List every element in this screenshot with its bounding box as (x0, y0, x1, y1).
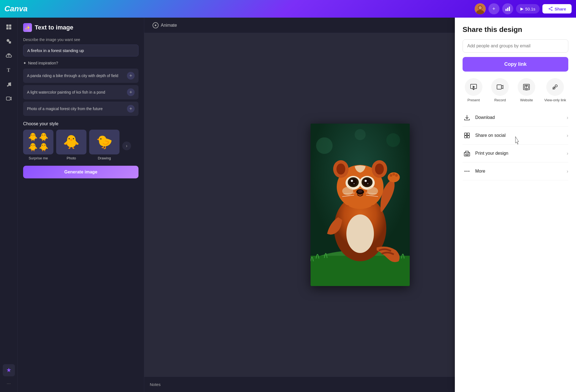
header: Canva + ▶ 50.1s Share (0, 0, 576, 18)
style-label-drawing: Drawing (98, 156, 111, 160)
svg-point-26 (346, 214, 374, 253)
inspiration-item-2[interactable]: A light watercolor painting of koi fish … (23, 85, 138, 99)
inspiration-add-btn-1[interactable]: + (127, 72, 135, 80)
inspiration-item-3[interactable]: Photo of a magical forest city from the … (23, 102, 138, 116)
add-button[interactable]: + (488, 3, 499, 14)
panel-icon: ✨ (23, 23, 32, 32)
rail-upload-icon[interactable] (3, 50, 15, 62)
svg-rect-71 (464, 133, 467, 135)
svg-point-20 (316, 137, 333, 154)
left-panel: ✨ Text to image Describe the image you w… (18, 18, 144, 392)
svg-point-30 (395, 174, 398, 177)
svg-point-53 (367, 187, 378, 195)
share-menu-print[interactable]: Print your design › (463, 145, 568, 162)
inspiration-header: ✦ Need inspiration? (23, 61, 138, 65)
design-canvas[interactable] (311, 124, 410, 286)
more-icon (463, 167, 471, 176)
style-section: Choose your style 🐥 🐥 🐥 🐥 Surprise me (23, 121, 138, 160)
share-action-viewonly[interactable]: View-only link (544, 78, 566, 102)
share-action-present[interactable]: Present (465, 78, 482, 102)
social-chevron: › (567, 133, 568, 138)
social-label: Share on social (475, 133, 506, 138)
email-input[interactable] (467, 43, 564, 48)
describe-label: Describe the image you want see (23, 37, 138, 42)
present-icon (465, 78, 482, 96)
viewonly-label: View-only link (544, 98, 566, 102)
svg-rect-76 (466, 154, 468, 155)
share-menu-download[interactable]: Download › (463, 109, 568, 127)
svg-point-77 (468, 153, 469, 154)
svg-point-35 (375, 164, 384, 175)
email-input-container[interactable] (463, 39, 568, 53)
avatar[interactable] (475, 3, 486, 14)
svg-point-29 (392, 173, 395, 176)
svg-rect-6 (509, 7, 510, 11)
copy-link-button[interactable]: Copy link (463, 57, 568, 72)
rail-shapes-icon[interactable] (3, 35, 15, 47)
animate-label: Animate (161, 23, 177, 28)
play-button[interactable]: ▶ 50.1s (516, 4, 540, 13)
svg-rect-7 (6, 24, 9, 27)
rail-text-icon[interactable]: T (3, 64, 15, 76)
inspiration-item-1[interactable]: A panda riding a bike through a city wit… (23, 69, 138, 83)
style-surprise[interactable]: 🐥 🐥 🐥 🐥 Surprise me (23, 130, 53, 160)
inspiration-add-btn-3[interactable]: + (127, 105, 135, 113)
rail-video-icon[interactable] (3, 92, 15, 105)
canva-logo: Canva (4, 4, 471, 13)
main-layout: T ··· ✨ Text to image Describe the image… (0, 18, 576, 392)
share-action-website[interactable]: Website (518, 78, 535, 102)
svg-rect-4 (506, 9, 507, 11)
inspiration-text-1: A panda riding a bike through a city wit… (27, 74, 127, 78)
svg-point-18 (155, 24, 156, 26)
style-label-photo: Photo (67, 156, 76, 160)
rail-ai-icon[interactable] (3, 364, 15, 376)
print-left: Print your design (463, 149, 508, 158)
style-photo[interactable]: 🐥 Photo (56, 130, 86, 160)
share-panel: Share this design Copy link (455, 18, 576, 392)
website-label: Website (520, 98, 533, 102)
record-icon (491, 78, 509, 96)
svg-point-47 (358, 190, 362, 193)
header-actions: + ▶ 50.1s Share (475, 3, 572, 14)
image-description-input[interactable] (23, 45, 138, 56)
svg-point-52 (342, 187, 353, 195)
rail-more-dots[interactable]: ··· (4, 379, 13, 389)
share-menu-social[interactable]: Share on social › (463, 127, 568, 145)
icon-rail: T ··· (0, 18, 18, 392)
style-next-arrow[interactable]: › (122, 141, 131, 150)
play-time: 50.1s (525, 7, 536, 11)
rail-music-icon[interactable] (3, 78, 15, 90)
website-icon (518, 78, 535, 96)
svg-point-21 (386, 133, 400, 147)
animate-button[interactable]: Animate (150, 21, 180, 30)
download-icon (463, 113, 471, 122)
canvas-area: Animate (144, 18, 576, 392)
animate-icon (153, 22, 159, 28)
share-menu-more[interactable]: More › (463, 162, 568, 180)
stats-button[interactable] (502, 3, 513, 14)
download-left: Download (463, 113, 495, 122)
svg-rect-73 (464, 136, 467, 138)
svg-point-41 (363, 179, 371, 186)
generate-button[interactable]: Generate image (23, 166, 138, 178)
share-button[interactable]: Share (542, 4, 572, 13)
style-drawing[interactable]: 🐤 Drawing (89, 130, 119, 160)
panel-header: ✨ Text to image (23, 23, 138, 32)
panel-title: Text to image (35, 24, 73, 31)
share-action-record[interactable]: Record (491, 78, 509, 102)
svg-marker-65 (473, 86, 475, 88)
play-icon: ▶ (520, 6, 524, 11)
svg-rect-66 (497, 85, 501, 89)
notes-label: Notes (150, 382, 161, 387)
print-label: Print your design (475, 151, 508, 156)
rail-grid-icon[interactable] (3, 21, 15, 33)
style-thumb-drawing: 🐤 (89, 130, 119, 154)
inspiration-add-btn-2[interactable]: + (127, 88, 135, 96)
present-label: Present (468, 98, 480, 102)
style-thumb-surprise: 🐥 🐥 🐥 🐥 (23, 130, 53, 154)
svg-rect-10 (9, 27, 11, 29)
share-actions-grid: Present Record (463, 78, 568, 102)
print-icon (463, 149, 471, 158)
svg-point-80 (468, 171, 469, 172)
svg-point-33 (336, 164, 345, 175)
